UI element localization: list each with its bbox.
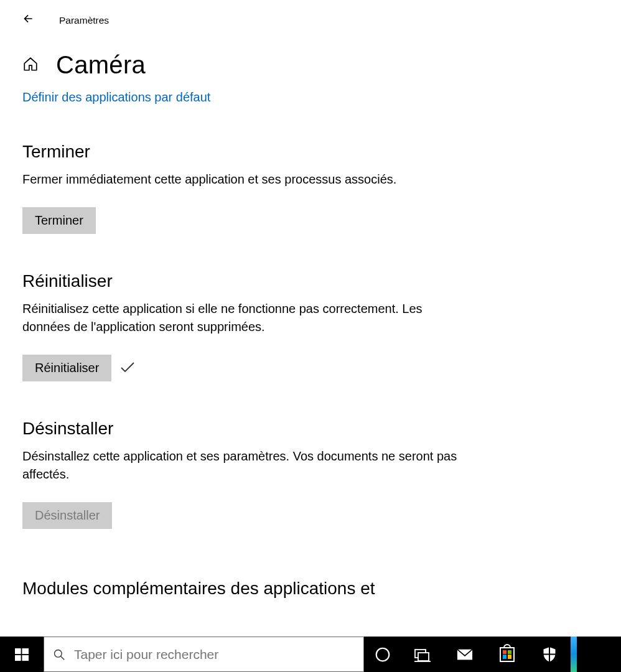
reset-section: Réinitialiser Réinitialisez cette applic… <box>22 271 599 381</box>
search-input[interactable] <box>74 647 355 662</box>
shield-icon <box>541 646 558 663</box>
mail-app-button[interactable] <box>444 637 486 672</box>
security-app-button[interactable] <box>528 637 571 672</box>
uninstall-heading: Désinstaller <box>22 419 599 439</box>
task-view-icon <box>414 646 431 663</box>
reset-description: Réinitialisez cette application si elle … <box>22 300 458 336</box>
terminate-description: Fermer immédiatement cette application e… <box>22 170 458 189</box>
page-title: Caméra <box>56 51 146 79</box>
svg-rect-0 <box>15 648 21 653</box>
edge-app-button[interactable] <box>571 637 577 672</box>
back-arrow-icon <box>22 12 34 25</box>
header-title: Paramètres <box>59 15 109 26</box>
settings-header: Paramètres <box>0 0 621 32</box>
svg-rect-8 <box>418 653 429 661</box>
addons-heading: Modules complémentaires des applications… <box>22 579 599 599</box>
default-apps-link[interactable]: Définir des applications par défaut <box>22 90 210 105</box>
checkmark-icon <box>120 361 135 376</box>
svg-line-5 <box>61 656 64 659</box>
svg-point-4 <box>55 650 62 657</box>
title-row: Caméra <box>22 51 599 79</box>
terminate-section: Terminer Fermer immédiatement cette appl… <box>22 142 599 234</box>
taskbar-icons <box>364 637 577 672</box>
content-area: Caméra Définir des applications par défa… <box>0 32 621 599</box>
store-icon <box>500 647 515 662</box>
mail-icon <box>457 646 473 663</box>
svg-point-6 <box>376 648 390 661</box>
store-app-button[interactable] <box>486 637 528 672</box>
taskbar-search[interactable] <box>44 637 364 672</box>
back-button[interactable] <box>16 6 40 31</box>
windows-icon <box>15 648 29 661</box>
reset-heading: Réinitialiser <box>22 271 599 291</box>
search-icon <box>53 648 65 661</box>
reset-button[interactable]: Réinitialiser <box>22 355 111 381</box>
svg-rect-3 <box>22 655 29 660</box>
svg-rect-2 <box>15 655 21 660</box>
uninstall-button: Désinstaller <box>22 502 112 529</box>
taskbar <box>0 637 621 672</box>
task-view-button[interactable] <box>401 637 444 672</box>
uninstall-section: Désinstaller Désinstallez cette applicat… <box>22 419 599 529</box>
home-icon[interactable] <box>22 56 39 75</box>
start-button[interactable] <box>0 637 44 672</box>
uninstall-description: Désinstallez cette application et ses pa… <box>22 447 458 483</box>
terminate-button[interactable]: Terminer <box>22 207 96 234</box>
terminate-heading: Terminer <box>22 142 599 162</box>
cortana-icon <box>375 646 391 663</box>
cortana-button[interactable] <box>364 637 401 672</box>
svg-rect-1 <box>22 648 29 653</box>
